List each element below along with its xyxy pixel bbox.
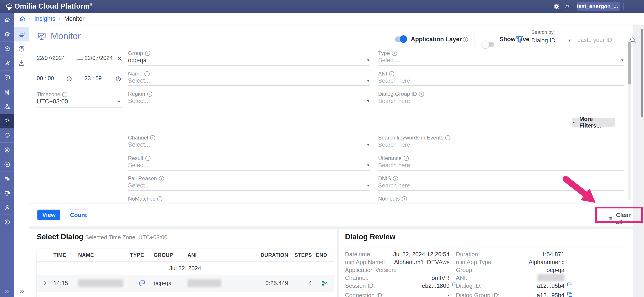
settings-gear-icon[interactable] <box>553 3 560 10</box>
expand-primary-rail-icon[interactable] <box>4 288 10 295</box>
result-select[interactable]: Select... <box>128 162 150 169</box>
show-live-toggle[interactable] <box>483 42 494 47</box>
channel-info-icon[interactable]: i <box>150 135 155 140</box>
sidebar-item-deploy[interactable] <box>0 128 14 142</box>
clock-icon[interactable] <box>66 76 72 82</box>
expand-secondary-rail-icon[interactable] <box>19 288 26 295</box>
table-row[interactable] <box>36 292 334 297</box>
copy-icon[interactable] <box>567 282 573 288</box>
filter-funnel-icon[interactable] <box>514 34 524 44</box>
timezone-info-icon[interactable]: i <box>62 92 67 97</box>
channel-select[interactable]: Select... <box>128 141 150 148</box>
sidebar-item-home[interactable] <box>0 12 14 27</box>
region-select[interactable]: Select... <box>128 98 150 104</box>
home-breadcrumb-icon[interactable] <box>19 16 26 22</box>
sidebar-item-compliance[interactable] <box>0 186 14 200</box>
cube-icon <box>4 46 10 52</box>
application-layer-toggle[interactable] <box>395 36 406 42</box>
kv-label: Group: <box>456 266 474 274</box>
name-select[interactable]: Select... <box>128 77 150 84</box>
dnis-search-input[interactable] <box>378 182 513 189</box>
dnis-info-icon[interactable]: i <box>393 176 398 181</box>
sidebar-item-blocks[interactable] <box>0 42 14 56</box>
home-icon <box>4 16 10 23</box>
date-to-field[interactable]: 22/07/2024 <box>84 55 113 61</box>
nomatches-info-icon[interactable]: i <box>157 196 162 202</box>
sliders-icon <box>4 89 10 96</box>
cloud-icon <box>4 132 10 139</box>
col-ani: ANI <box>188 252 240 258</box>
col-name: NAME <box>78 252 130 258</box>
kv-label: Connection ID: <box>345 292 384 297</box>
kv-value: a12...95b4 <box>494 282 564 289</box>
sidebar-item-integrations[interactable] <box>0 171 14 186</box>
subnav-item-reports[interactable] <box>14 42 29 56</box>
expand-row-chevron-icon[interactable] <box>42 280 48 286</box>
count-button[interactable]: Count <box>68 210 89 220</box>
clear-dates-x-icon[interactable] <box>116 56 123 62</box>
time-from-field[interactable]: 00 : 00 <box>37 75 54 82</box>
col-time: TIME <box>54 252 78 258</box>
sidebar-item-insights[interactable] <box>0 114 14 128</box>
utterance-search-input[interactable] <box>378 162 513 169</box>
dialog-group-id-info-icon[interactable]: i <box>419 92 424 97</box>
view-button[interactable]: View <box>38 210 60 220</box>
omilia-cloud-logo-icon <box>5 2 14 11</box>
sidebar-item-network[interactable] <box>0 99 14 114</box>
user-menu-button[interactable]: test_energon_... <box>577 2 620 11</box>
table-row[interactable]: 14:15 ocp-qa 0:25.449 4 <box>36 275 334 292</box>
monitor-chart-icon <box>18 31 25 38</box>
name-info-icon[interactable]: i <box>144 71 150 76</box>
ani-info-icon[interactable]: i <box>389 71 394 76</box>
sidebar-item-admin[interactable] <box>0 142 14 157</box>
primary-sidebar <box>0 12 14 297</box>
sidebar-item-users[interactable] <box>0 200 14 214</box>
kv-label: miniApp Name: <box>345 259 385 266</box>
fail-reason-label: Fail Reasoni <box>128 175 164 182</box>
keywords-info-icon[interactable]: i <box>445 135 450 140</box>
download-icon <box>18 60 25 67</box>
type-caret-icon: ▼ <box>620 58 624 62</box>
region-info-icon[interactable]: i <box>147 92 152 97</box>
dialog-type-icon[interactable] <box>138 280 146 287</box>
cell-time: 14:15 <box>54 280 78 287</box>
sidebar-item-support[interactable] <box>0 214 14 229</box>
keywords-search-input[interactable] <box>378 141 513 148</box>
subnav-item-monitor[interactable] <box>14 27 29 42</box>
breadcrumb-link-insights[interactable]: Insights <box>34 15 55 22</box>
copy-icon[interactable] <box>567 291 573 297</box>
notifications-bell-icon[interactable] <box>564 3 571 10</box>
toggle-knob <box>400 36 407 43</box>
sidebar-item-dialogs[interactable] <box>0 70 14 85</box>
type-select[interactable]: Select... <box>378 57 400 64</box>
subnav-item-export[interactable] <box>14 56 29 70</box>
ani-search-input[interactable] <box>378 77 513 84</box>
more-filters-button[interactable]: More Filters... <box>572 118 615 127</box>
kv-value: Alphanumeric <box>494 259 564 266</box>
sidebar-item-layers[interactable] <box>0 27 14 42</box>
sidebar-item-approvals[interactable] <box>0 157 14 171</box>
topbar-divider <box>74 3 74 10</box>
group-info-icon[interactable]: i <box>145 51 150 56</box>
redacted-ani <box>188 280 221 287</box>
timezone-select[interactable]: UTC+03:00 <box>37 98 68 105</box>
panel-scrollbar-thumb[interactable] <box>628 42 631 84</box>
noinputs-info-icon[interactable]: i <box>402 196 407 202</box>
clock-icon[interactable] <box>115 76 122 82</box>
dialog-group-id-search-input[interactable] <box>378 98 513 104</box>
kv-label: Duration: <box>456 251 480 258</box>
time-to-field[interactable]: 23 : 59 <box>84 75 102 82</box>
result-info-icon[interactable]: i <box>145 156 150 161</box>
search-by-select[interactable]: Dialog ID <box>531 37 556 44</box>
sidebar-item-controls[interactable] <box>0 85 14 99</box>
application-layer-info-icon[interactable]: i <box>463 37 468 42</box>
application-layer-label: Application Layer <box>411 36 462 43</box>
group-select[interactable]: ocp-qa <box>128 57 147 64</box>
dialog-review-title: Dialog Review <box>345 232 396 241</box>
fail-reason-info-icon[interactable]: i <box>159 176 164 181</box>
utterance-info-icon[interactable]: i <box>404 156 409 161</box>
date-from-field[interactable]: 22/07/2024 <box>37 55 65 61</box>
sidebar-item-tracker[interactable] <box>0 56 14 70</box>
fail-reason-select[interactable]: Select... <box>128 182 150 189</box>
type-info-icon[interactable]: i <box>392 51 397 56</box>
